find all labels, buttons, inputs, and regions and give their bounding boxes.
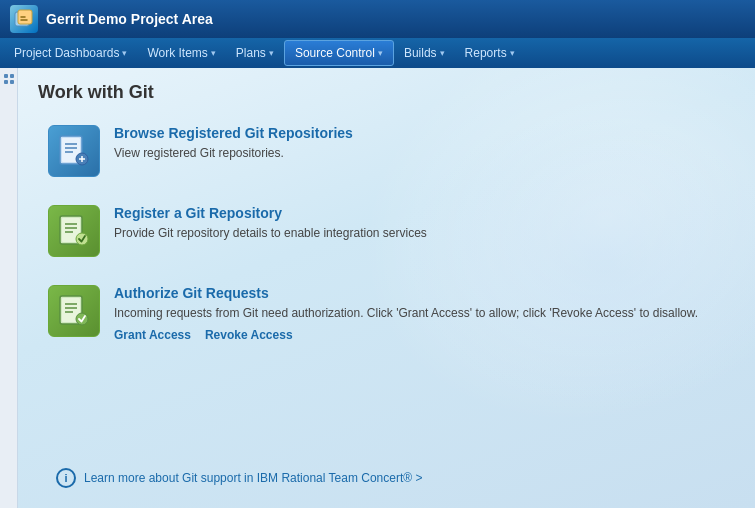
nav-label: Work Items (147, 46, 207, 60)
dot (4, 80, 8, 84)
nav-item-plans[interactable]: Plans▾ (226, 40, 284, 66)
nav-item-reports[interactable]: Reports▾ (455, 40, 525, 66)
sidebar-dots (4, 74, 14, 84)
main-content: Work with Git Br (0, 68, 755, 508)
dot (10, 74, 14, 78)
authorize-requests-title[interactable]: Authorize Git Requests (114, 285, 725, 301)
nav-chevron: ▾ (440, 48, 445, 58)
authorize-requests-icon (48, 285, 100, 337)
nav-chevron: ▾ (378, 48, 383, 58)
nav-item-source-control[interactable]: Source Control▾ (284, 40, 394, 66)
nav-label: Builds (404, 46, 437, 60)
app-title: Gerrit Demo Project Area (46, 11, 213, 27)
authorize-requests-content: Authorize Git Requests Incoming requests… (114, 285, 725, 342)
footer-link[interactable]: Learn more about Git support in IBM Rati… (84, 471, 422, 485)
footer-info: i Learn more about Git support in IBM Ra… (36, 468, 442, 488)
nav-label: Reports (465, 46, 507, 60)
card-browse-repos: Browse Registered Git Repositories View … (38, 113, 735, 189)
grant-access-link[interactable]: Grant Access (114, 328, 191, 342)
title-bar: Gerrit Demo Project Area (0, 0, 755, 38)
nav-item-builds[interactable]: Builds▾ (394, 40, 455, 66)
svg-point-15 (76, 233, 88, 245)
dot (10, 80, 14, 84)
nav-item-work-items[interactable]: Work Items▾ (137, 40, 225, 66)
nav-chevron: ▾ (211, 48, 216, 58)
authorize-requests-desc: Incoming requests from Git need authoriz… (114, 305, 725, 322)
register-repo-title[interactable]: Register a Git Repository (114, 205, 725, 221)
sidebar-strip (0, 68, 18, 508)
browse-repos-desc: View registered Git repositories. (114, 145, 725, 162)
card-authorize-requests: Authorize Git Requests Incoming requests… (38, 273, 735, 354)
page-title: Work with Git (18, 68, 755, 113)
authorize-requests-links: Grant Access Revoke Access (114, 328, 725, 342)
register-repo-icon (48, 205, 100, 257)
nav-bar: Project Dashboards▾Work Items▾Plans▾Sour… (0, 38, 755, 68)
content-area: Work with Git Br (18, 68, 755, 508)
nav-label: Project Dashboards (14, 46, 119, 60)
browse-repos-icon (48, 125, 100, 177)
nav-chevron: ▾ (510, 48, 515, 58)
nav-item-project-dashboards[interactable]: Project Dashboards▾ (4, 40, 137, 66)
register-repo-desc: Provide Git repository details to enable… (114, 225, 725, 242)
cards-container: Browse Registered Git Repositories View … (18, 113, 755, 354)
nav-chevron: ▾ (122, 48, 127, 58)
revoke-access-link[interactable]: Revoke Access (205, 328, 293, 342)
browse-repos-title[interactable]: Browse Registered Git Repositories (114, 125, 725, 141)
nav-label: Source Control (295, 46, 375, 60)
info-icon: i (56, 468, 76, 488)
card-register-repo: Register a Git Repository Provide Git re… (38, 193, 735, 269)
dot (4, 74, 8, 78)
svg-point-21 (76, 313, 88, 325)
browse-repos-content: Browse Registered Git Repositories View … (114, 125, 725, 162)
nav-chevron: ▾ (269, 48, 274, 58)
register-repo-content: Register a Git Repository Provide Git re… (114, 205, 725, 242)
app-logo (10, 5, 38, 33)
nav-label: Plans (236, 46, 266, 60)
